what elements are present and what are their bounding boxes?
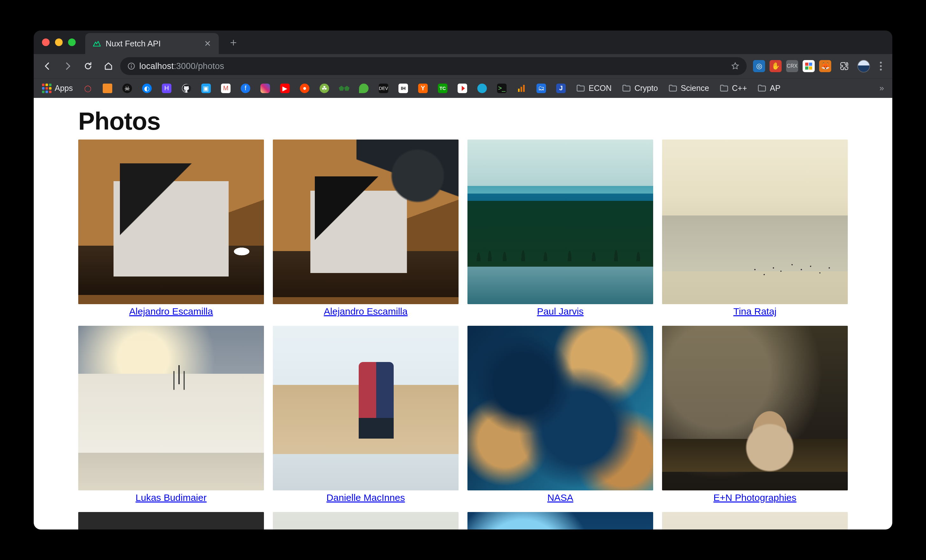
bookmark-item[interactable]: f bbox=[238, 82, 253, 95]
photo-thumbnail[interactable] bbox=[468, 326, 653, 491]
bookmark-star-icon[interactable] bbox=[731, 62, 740, 71]
folder-icon bbox=[622, 84, 631, 93]
tab-strip: Nuxt Fetch API ✕ ＋ bbox=[34, 30, 892, 54]
bookmark-item[interactable]: 🗂 bbox=[533, 82, 549, 95]
chrome-menu-button[interactable] bbox=[875, 62, 887, 71]
photo-author-link[interactable]: E+N Photographies bbox=[713, 492, 796, 503]
bookmark-item[interactable]: TC bbox=[435, 82, 451, 95]
photo-author-link[interactable]: Alejandro Escamilla bbox=[324, 306, 407, 317]
apps-label: Apps bbox=[55, 84, 73, 93]
new-tab-button[interactable]: ＋ bbox=[227, 36, 240, 48]
photo-thumbnail[interactable] bbox=[78, 326, 264, 491]
bookmark-item[interactable]: Y bbox=[415, 82, 431, 95]
photo-card: Alejandro Escamilla bbox=[78, 139, 264, 317]
photo-thumbnail[interactable] bbox=[78, 139, 264, 304]
bookmark-folder-cpp[interactable]: C++ bbox=[716, 82, 750, 95]
photo-thumbnail[interactable] bbox=[78, 512, 264, 530]
bookmark-item[interactable]: J bbox=[553, 82, 569, 95]
bookmark-item[interactable]: H bbox=[159, 82, 175, 95]
photo-thumbnail[interactable] bbox=[662, 326, 848, 491]
maximize-window-button[interactable] bbox=[68, 38, 76, 46]
bookmark-item[interactable] bbox=[474, 82, 490, 95]
folder-label: AP bbox=[770, 84, 780, 93]
bookmark-item[interactable]: ☘ bbox=[316, 82, 332, 95]
extension-icon[interactable]: ◎ bbox=[753, 60, 765, 72]
bookmark-item[interactable]: DEV bbox=[375, 82, 392, 95]
url-text: localhost:3000/photos bbox=[139, 61, 224, 71]
folder-label: C++ bbox=[732, 84, 747, 93]
folder-icon bbox=[719, 84, 729, 93]
photo-card bbox=[78, 512, 264, 530]
page-content: Photos Alejandro Escamilla Alejandro Esc… bbox=[34, 98, 892, 530]
address-bar[interactable]: localhost:3000/photos bbox=[120, 57, 747, 75]
extensions-button[interactable] bbox=[836, 57, 853, 75]
photo-thumbnail[interactable] bbox=[662, 512, 848, 530]
bookmarks-overflow-button[interactable]: » bbox=[876, 83, 887, 93]
site-info-icon[interactable] bbox=[127, 62, 135, 70]
photo-card: Paul Jarvis bbox=[468, 139, 653, 317]
folder-icon bbox=[668, 84, 678, 93]
bookmark-item[interactable]: ▶ bbox=[277, 82, 293, 95]
extension-icon[interactable]: CRX bbox=[786, 60, 798, 72]
bookmark-folder-science[interactable]: Science bbox=[665, 82, 712, 95]
bookmark-item[interactable] bbox=[514, 82, 530, 95]
home-button[interactable] bbox=[100, 57, 117, 75]
photo-grid: Alejandro Escamilla Alejandro Escamilla … bbox=[78, 139, 848, 530]
bookmark-item[interactable]: >_ bbox=[494, 82, 510, 95]
arrow-right-icon bbox=[63, 61, 73, 71]
photo-author-link[interactable]: Lukas Budimaier bbox=[135, 492, 206, 503]
photo-thumbnail[interactable] bbox=[468, 139, 653, 304]
reload-icon bbox=[83, 61, 93, 71]
tab-title: Nuxt Fetch API bbox=[106, 39, 160, 48]
back-button[interactable] bbox=[39, 57, 56, 75]
extension-icon[interactable]: ✋ bbox=[770, 60, 782, 72]
svg-point-1 bbox=[131, 64, 132, 65]
bookmark-item[interactable] bbox=[257, 82, 273, 95]
bookmark-item[interactable]: ◐ bbox=[139, 82, 155, 95]
photo-thumbnail[interactable] bbox=[468, 512, 653, 530]
apps-shortcut[interactable]: Apps bbox=[39, 82, 76, 95]
bookmark-item[interactable]: ◯ bbox=[80, 82, 96, 95]
photo-thumbnail[interactable] bbox=[273, 139, 458, 304]
photo-author-link[interactable]: Paul Jarvis bbox=[537, 306, 584, 317]
folder-label: ECON bbox=[589, 84, 611, 93]
photo-author-link[interactable]: Danielle MacInnes bbox=[327, 492, 405, 503]
bookmark-item[interactable]: ● bbox=[297, 82, 313, 95]
puzzle-icon bbox=[840, 61, 849, 71]
bookmark-folder-ap[interactable]: AP bbox=[754, 82, 784, 95]
browser-tab[interactable]: Nuxt Fetch API ✕ bbox=[85, 33, 219, 54]
photo-author-link[interactable]: NASA bbox=[547, 492, 573, 503]
photo-card: Lukas Budimaier bbox=[78, 326, 264, 503]
bookmark-item[interactable]: ☠ bbox=[119, 82, 135, 95]
home-icon bbox=[104, 61, 113, 71]
reload-button[interactable] bbox=[80, 57, 97, 75]
folder-label: Crypto bbox=[634, 84, 658, 93]
photo-thumbnail[interactable] bbox=[273, 512, 458, 530]
bookmark-item[interactable]: ⬟⬟ bbox=[336, 82, 352, 95]
bookmark-folder-crypto[interactable]: Crypto bbox=[619, 82, 661, 95]
photo-thumbnail[interactable] bbox=[662, 139, 848, 304]
extension-icon[interactable] bbox=[803, 60, 815, 72]
apps-grid-icon bbox=[42, 84, 51, 93]
photo-card bbox=[273, 512, 458, 530]
bookmark-item[interactable] bbox=[454, 82, 470, 95]
bookmark-item[interactable]: IH bbox=[395, 82, 411, 95]
bookmark-item[interactable]: M bbox=[218, 82, 234, 95]
photo-thumbnail[interactable] bbox=[273, 326, 458, 491]
close-window-button[interactable] bbox=[42, 38, 50, 46]
extension-icon[interactable]: 🦊 bbox=[819, 60, 831, 72]
bookmark-item[interactable] bbox=[179, 82, 194, 95]
folder-icon bbox=[757, 84, 767, 93]
photo-author-link[interactable]: Alejandro Escamilla bbox=[129, 306, 213, 317]
profile-avatar[interactable] bbox=[857, 60, 870, 72]
bookmark-folder-econ[interactable]: ECON bbox=[573, 82, 615, 95]
forward-button[interactable] bbox=[59, 57, 76, 75]
extension-icons: ◎ ✋ CRX 🦊 bbox=[753, 57, 887, 75]
minimize-window-button[interactable] bbox=[55, 38, 63, 46]
close-tab-button[interactable]: ✕ bbox=[198, 39, 211, 48]
bookmark-item[interactable] bbox=[100, 82, 115, 95]
folder-icon bbox=[576, 84, 586, 93]
bookmark-item[interactable] bbox=[356, 82, 372, 95]
bookmark-item[interactable]: ▣ bbox=[198, 82, 214, 95]
photo-author-link[interactable]: Tina Rataj bbox=[733, 306, 776, 317]
